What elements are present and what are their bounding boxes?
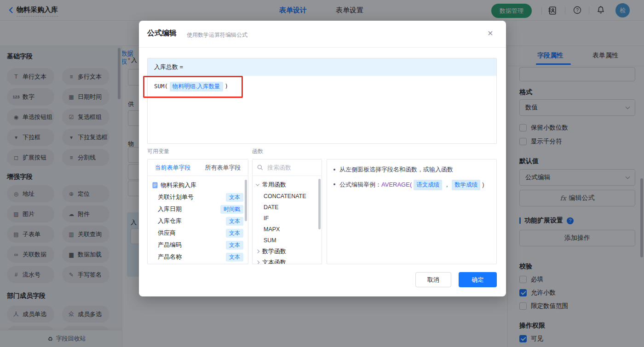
function-group-common[interactable]: 常用函数 — [253, 179, 322, 191]
help-line-1: 从左侧面板选择字段名和函数，或输入函数 — [333, 165, 491, 174]
example-field-token: 数学成绩 — [452, 180, 480, 190]
formula-editor[interactable]: 入库总数 = SUM(物料明细.入库数量) — [147, 58, 497, 144]
help-line-2: 公式编辑举例：AVERAGE(语文成绩，数学成绩) — [333, 180, 491, 190]
function-item[interactable]: CONCATENATE — [253, 191, 322, 202]
variables-panel: 当前表单字段 所有表单字段 物料采购入库 关联计划单号文本 入库日期时间戳 入库… — [147, 159, 248, 264]
field-token[interactable]: 物料明细.入库数量 — [170, 82, 223, 91]
formula-function: SUM( — [154, 83, 168, 90]
functions-scrollbar[interactable] — [318, 179, 321, 229]
type-badge: 文本 — [226, 241, 243, 250]
variables-tabs: 当前表单字段 所有表单字段 — [148, 159, 248, 176]
function-item[interactable]: SUM — [253, 235, 322, 246]
search-icon — [257, 165, 263, 171]
type-badge: 时间戳 — [220, 205, 243, 214]
type-badge: 文本 — [226, 229, 243, 238]
variable-row[interactable]: 供应商文本 — [148, 227, 248, 239]
type-badge: 文本 — [226, 253, 243, 262]
bullet — [334, 169, 335, 171]
example-field-token: 语文成绩 — [414, 180, 442, 190]
formula-close-paren: ) — [225, 83, 229, 90]
type-badge: 文本 — [226, 193, 243, 202]
formula-target-bar: 入库总数 = — [148, 58, 496, 76]
variable-row[interactable]: 入库仓库文本 — [148, 215, 248, 227]
variables-label: 可用变量 — [147, 148, 169, 155]
divider — [139, 47, 506, 48]
function-item[interactable]: DATE — [253, 202, 322, 213]
help-panel: 从左侧面板选择字段名和函数，或输入函数 公式编辑举例：AVERAGE(语文成绩，… — [327, 159, 497, 264]
formula-editor-modal: 公式编辑 使用数学运算符编辑公式 × 入库总数 = SUM(物料明细.入库数量)… — [139, 21, 506, 296]
variable-row[interactable]: 产品编码文本 — [148, 239, 248, 251]
modal-subtitle: 使用数学运算符编辑公式 — [187, 31, 247, 39]
functions-panel: 常用函数 CONCATENATE DATE IF MAPX SUM 数学函数 文… — [252, 159, 322, 264]
chevron-right-icon — [256, 261, 259, 264]
type-badge: 文本 — [226, 217, 243, 226]
functions-label: 函数 — [252, 148, 263, 155]
variable-row[interactable]: 产品名称文本 — [148, 251, 248, 263]
variables-scrollbar[interactable] — [245, 180, 247, 221]
chevron-down-icon — [256, 182, 259, 186]
function-group-math[interactable]: 数学函数 — [253, 246, 322, 257]
formula-expression[interactable]: SUM(物料明细.入库数量) — [148, 76, 496, 97]
variable-row[interactable]: 入库日期时间戳 — [148, 203, 248, 215]
function-group-text[interactable]: 文本函数 — [253, 257, 322, 264]
tree-root[interactable]: 物料采购入库 — [148, 179, 248, 191]
chevron-right-icon — [256, 250, 259, 253]
function-search[interactable] — [253, 159, 322, 176]
modal-title: 公式编辑 — [147, 28, 177, 38]
function-search-input[interactable] — [266, 164, 312, 171]
bullet — [334, 183, 335, 185]
form-doc-icon — [152, 182, 158, 188]
tab-all-form-fields[interactable]: 所有表单字段 — [198, 159, 248, 176]
example-function-name: AVERAGE( — [381, 181, 412, 188]
function-item[interactable]: IF — [253, 213, 322, 224]
confirm-button[interactable]: 确定 — [459, 272, 497, 287]
cancel-button[interactable]: 取消 — [415, 272, 451, 287]
variable-row[interactable]: 关联计划单号文本 — [148, 191, 248, 203]
function-item[interactable]: MAPX — [253, 224, 322, 235]
variables-tree: 物料采购入库 关联计划单号文本 入库日期时间戳 入库仓库文本 供应商文本 产品编… — [148, 176, 248, 263]
functions-tree: 常用函数 CONCATENATE DATE IF MAPX SUM 数学函数 文… — [253, 176, 322, 264]
close-icon[interactable]: × — [488, 29, 493, 37]
tab-current-form-fields[interactable]: 当前表单字段 — [148, 159, 198, 176]
